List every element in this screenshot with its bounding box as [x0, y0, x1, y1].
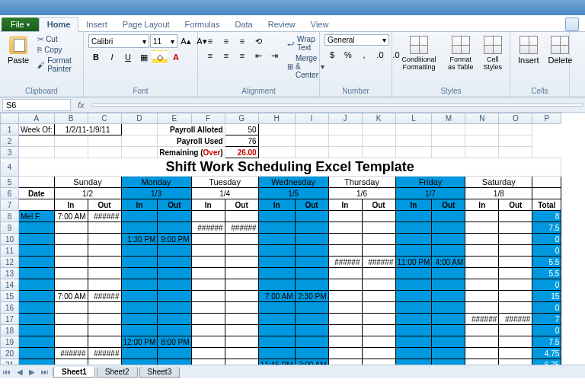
cell[interactable] [88, 336, 121, 348]
number-format-dropdown[interactable]: General▾ [324, 34, 389, 46]
cell[interactable] [499, 245, 532, 257]
cell[interactable] [295, 279, 328, 291]
cell[interactable] [54, 279, 88, 291]
currency-icon[interactable]: $ [324, 48, 340, 62]
cell[interactable] [295, 211, 328, 222]
cell[interactable] [295, 147, 328, 158]
cell[interactable]: 76 [225, 135, 258, 147]
cell[interactable] [499, 222, 532, 234]
cell[interactable] [465, 234, 499, 245]
cell[interactable] [191, 234, 225, 245]
cell[interactable]: 1/2/11-1/9/11 [54, 124, 121, 135]
cell[interactable] [295, 325, 328, 336]
cell[interactable] [54, 257, 88, 268]
cell[interactable]: 4.75 [532, 348, 561, 359]
cell[interactable] [225, 314, 258, 325]
cell[interactable] [121, 268, 158, 279]
cell[interactable] [465, 336, 499, 348]
cell[interactable]: In [121, 199, 158, 211]
cell[interactable]: ###### [88, 211, 121, 222]
cell[interactable] [328, 147, 362, 158]
cell[interactable] [499, 279, 532, 291]
cell[interactable] [499, 211, 532, 222]
font-color-button[interactable]: A [168, 50, 184, 64]
copy-button[interactable]: ⎘ Copy [35, 45, 78, 55]
cell[interactable] [295, 348, 328, 359]
cell[interactable] [158, 222, 191, 234]
cell[interactable] [158, 268, 191, 279]
cell[interactable]: ###### [88, 348, 121, 359]
cell[interactable] [19, 325, 55, 336]
cell[interactable]: Out [158, 199, 191, 211]
cell[interactable] [432, 147, 465, 158]
sheet-nav-first-icon[interactable]: ⏮ [0, 368, 14, 376]
cell[interactable] [295, 245, 328, 257]
conditional-formatting-button[interactable]: Conditional Formatting [397, 34, 441, 72]
cell[interactable] [395, 336, 432, 348]
col-header[interactable]: J [328, 113, 362, 124]
cell[interactable]: ###### [499, 314, 532, 325]
cell[interactable] [328, 291, 362, 302]
cell[interactable]: Payroll Alloted [158, 124, 225, 135]
cell[interactable] [395, 279, 432, 291]
cell[interactable] [258, 234, 295, 245]
cell[interactable]: ###### [88, 291, 121, 302]
cell[interactable]: ###### [54, 348, 88, 359]
cell[interactable] [258, 302, 295, 314]
cell[interactable]: 15 [532, 291, 561, 302]
col-header[interactable]: H [258, 113, 295, 124]
cell[interactable] [54, 302, 88, 314]
cell[interactable] [499, 135, 532, 147]
cell[interactable] [19, 147, 55, 158]
col-header[interactable] [1, 113, 19, 124]
underline-button[interactable]: U [120, 50, 136, 64]
row-header[interactable]: 12 [1, 257, 19, 268]
cell[interactable]: Out [432, 199, 465, 211]
cell[interactable]: 1/3 [121, 188, 191, 199]
cell[interactable] [158, 302, 191, 314]
sheet-tab-3[interactable]: Sheet3 [139, 367, 181, 378]
cell[interactable] [432, 268, 465, 279]
row-header[interactable]: 3 [1, 147, 19, 158]
cell[interactable] [88, 268, 121, 279]
cell[interactable]: ###### [465, 314, 499, 325]
col-header[interactable]: I [295, 113, 328, 124]
cell[interactable] [395, 211, 432, 222]
cell[interactable]: Saturday [465, 177, 532, 188]
cell[interactable] [432, 348, 465, 359]
cell[interactable] [328, 211, 362, 222]
cell[interactable]: In [191, 199, 225, 211]
cell[interactable] [395, 222, 432, 234]
align-middle-icon[interactable]: ≡ [219, 34, 234, 48]
cell[interactable]: 7 [532, 314, 561, 325]
cell[interactable] [158, 291, 191, 302]
comma-icon[interactable]: , [356, 48, 372, 62]
cell[interactable] [191, 348, 225, 359]
cell[interactable] [328, 135, 362, 147]
paste-button[interactable]: Paste [5, 34, 32, 66]
cell[interactable] [225, 291, 258, 302]
row-header[interactable]: 16 [1, 302, 19, 314]
insert-cells-button[interactable]: Insert [515, 34, 542, 66]
cell[interactable] [328, 124, 362, 135]
cell[interactable]: Out [499, 199, 532, 211]
cell[interactable] [19, 245, 55, 257]
cell[interactable] [121, 314, 158, 325]
cell[interactable]: 1:30 PM [121, 234, 158, 245]
cell[interactable] [432, 314, 465, 325]
cell[interactable]: ###### [362, 257, 395, 268]
cell[interactable] [295, 135, 328, 147]
cell[interactable]: In [54, 199, 88, 211]
cell[interactable] [88, 257, 121, 268]
cell[interactable] [191, 291, 225, 302]
cell[interactable] [54, 135, 88, 147]
cell[interactable] [465, 302, 499, 314]
orientation-icon[interactable]: ⟲ [251, 34, 266, 48]
row-header[interactable]: 9 [1, 222, 19, 234]
cell[interactable] [395, 234, 432, 245]
cell[interactable]: 0 [532, 325, 561, 336]
cell[interactable] [295, 234, 328, 245]
cell[interactable] [328, 302, 362, 314]
cell[interactable] [19, 234, 55, 245]
cell[interactable]: 7.5 [532, 336, 561, 348]
